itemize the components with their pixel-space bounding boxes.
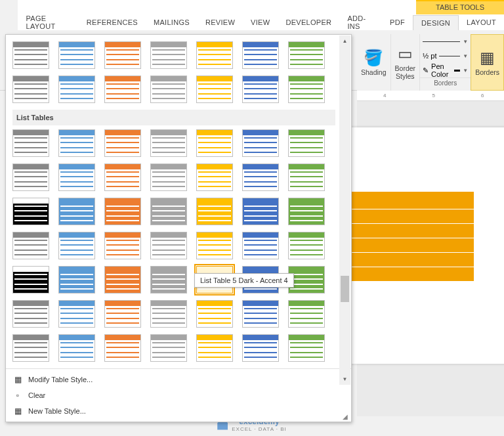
table-style-thumb[interactable]	[58, 334, 95, 362]
table-style-thumb[interactable]	[196, 198, 233, 225]
borders-label: Borders	[475, 68, 499, 76]
line-style-dropdown[interactable]: ▼	[420, 34, 471, 49]
table-style-thumb[interactable]	[242, 164, 279, 191]
tab-view[interactable]: VIEW	[243, 15, 278, 30]
tab-developer[interactable]: DEVELOPER	[278, 15, 339, 30]
table-style-thumb[interactable]	[196, 232, 233, 259]
table-style-thumb[interactable]	[196, 300, 233, 328]
scroll-thumb[interactable]	[341, 276, 349, 302]
table-style-thumb[interactable]	[58, 129, 95, 157]
line-weight-dropdown[interactable]: ½ pt▼	[420, 49, 471, 63]
ribbon-borders-group: 🪣 Shading ▭ Border Styles ▼ ½ pt▼ ✎Pen C…	[357, 34, 504, 91]
pen-icon: ✎	[423, 66, 429, 75]
gallery-scrollbar[interactable]: ▲ ▼	[339, 35, 350, 385]
tab-review[interactable]: REVIEW	[198, 15, 243, 30]
modify-icon: ▦	[12, 374, 23, 385]
modify-label: Modify Table Style...	[28, 376, 93, 383]
table-style-thumb[interactable]	[150, 41, 187, 69]
table-style-thumb[interactable]	[104, 334, 141, 362]
table-style-thumb[interactable]	[58, 41, 95, 69]
table-style-thumb[interactable]	[104, 129, 141, 157]
border-styles-button[interactable]: ▭ Border Styles	[391, 34, 421, 91]
table-style-thumb[interactable]	[242, 232, 279, 259]
new-table-style[interactable]: ▦ New Table Style...	[6, 403, 351, 419]
gallery-footer: ▦ Modify Table Style... ▫ Clear ▦ New Ta…	[6, 368, 351, 422]
borders-grid-icon: ▦	[480, 49, 495, 67]
table-style-thumb[interactable]	[288, 41, 325, 69]
table-style-thumb[interactable]	[288, 129, 325, 157]
borders-button[interactable]: ▦ Borders	[471, 34, 504, 91]
table-style-thumb[interactable]	[58, 164, 95, 191]
table-style-thumb[interactable]	[196, 129, 233, 157]
table-style-thumb[interactable]	[12, 198, 49, 225]
chevron-down-icon: ▼	[463, 53, 468, 59]
table-style-thumb[interactable]	[104, 76, 141, 103]
table-style-thumb[interactable]	[58, 76, 95, 103]
table-style-thumb[interactable]	[288, 198, 325, 225]
shading-button[interactable]: 🪣 Shading	[357, 34, 391, 91]
table-style-thumb[interactable]	[12, 41, 49, 69]
new-label: New Table Style...	[28, 407, 86, 415]
tab-table-layout[interactable]: LAYOUT	[459, 15, 504, 30]
table-style-thumb[interactable]	[58, 266, 95, 294]
table-style-thumb[interactable]	[104, 41, 141, 69]
clear-table-style[interactable]: ▫ Clear	[6, 387, 351, 403]
table-style-thumb[interactable]	[104, 266, 141, 294]
table-style-thumb[interactable]	[242, 41, 279, 69]
tab-table-design[interactable]: DESIGN	[413, 15, 459, 30]
new-icon: ▦	[12, 406, 23, 416]
table-style-thumb[interactable]	[150, 334, 187, 362]
table-style-thumb[interactable]	[150, 266, 187, 294]
resize-grip-icon[interactable]: ◢	[343, 413, 349, 420]
horizontal-ruler[interactable]: 4 5 6	[357, 91, 504, 101]
table-style-thumb[interactable]	[150, 198, 187, 225]
tab-pdf[interactable]: PDF	[382, 15, 413, 30]
tab-references[interactable]: REFERENCES	[79, 15, 146, 30]
table-style-thumb[interactable]	[150, 76, 187, 103]
scroll-down-icon[interactable]: ▼	[339, 374, 350, 385]
table-style-thumb[interactable]	[242, 76, 279, 103]
table-style-thumb[interactable]	[12, 266, 49, 294]
chevron-down-icon: ▼	[463, 39, 468, 45]
table-style-thumb[interactable]	[12, 76, 49, 103]
table-style-thumb[interactable]	[288, 300, 325, 328]
gallery-section-list-tables: List Tables	[12, 110, 335, 125]
table-style-thumb[interactable]	[242, 198, 279, 225]
contextual-tab-tabletools: TABLE TOOLS	[416, 0, 504, 14]
table-style-thumb[interactable]	[150, 232, 187, 259]
table-style-thumb[interactable]	[58, 232, 95, 259]
table-style-thumb[interactable]	[196, 41, 233, 69]
table-style-thumb[interactable]	[150, 164, 187, 191]
table-style-thumb[interactable]	[196, 334, 233, 362]
document-page	[340, 127, 504, 364]
table-style-thumb[interactable]	[150, 129, 187, 157]
table-style-thumb[interactable]	[242, 300, 279, 328]
border-styles-icon: ▭	[398, 45, 413, 63]
table-style-thumb[interactable]	[242, 334, 279, 362]
table-style-thumb[interactable]	[288, 164, 325, 191]
table-style-thumb[interactable]	[242, 129, 279, 157]
table-style-thumb[interactable]	[104, 164, 141, 191]
table-style-thumb[interactable]	[58, 300, 95, 328]
ribbon-tabs: GN PAGE LAYOUT REFERENCES MAILINGS REVIE…	[0, 14, 504, 30]
table-style-thumb[interactable]	[12, 300, 49, 328]
table-style-thumb[interactable]	[288, 334, 325, 362]
table-style-thumb[interactable]	[12, 232, 49, 259]
scroll-up-icon[interactable]: ▲	[339, 35, 350, 47]
table-style-thumb[interactable]	[104, 300, 141, 328]
document-area[interactable]	[357, 101, 504, 416]
table-style-thumb[interactable]	[58, 198, 95, 225]
table-style-thumb[interactable]	[104, 198, 141, 225]
pen-color-dropdown[interactable]: ✎Pen Color▼	[420, 63, 471, 77]
table-style-thumb[interactable]	[288, 76, 325, 103]
table-style-thumb[interactable]	[196, 164, 233, 191]
table-style-thumb[interactable]	[150, 300, 187, 328]
table-style-thumb[interactable]	[12, 164, 49, 191]
table-style-thumb[interactable]	[12, 334, 49, 362]
modify-table-style[interactable]: ▦ Modify Table Style...	[6, 372, 351, 387]
table-style-thumb[interactable]	[12, 129, 49, 157]
table-style-thumb[interactable]	[104, 232, 141, 259]
tab-mailings[interactable]: MAILINGS	[146, 15, 198, 30]
table-style-thumb[interactable]	[196, 76, 233, 103]
table-style-thumb[interactable]	[288, 232, 325, 259]
